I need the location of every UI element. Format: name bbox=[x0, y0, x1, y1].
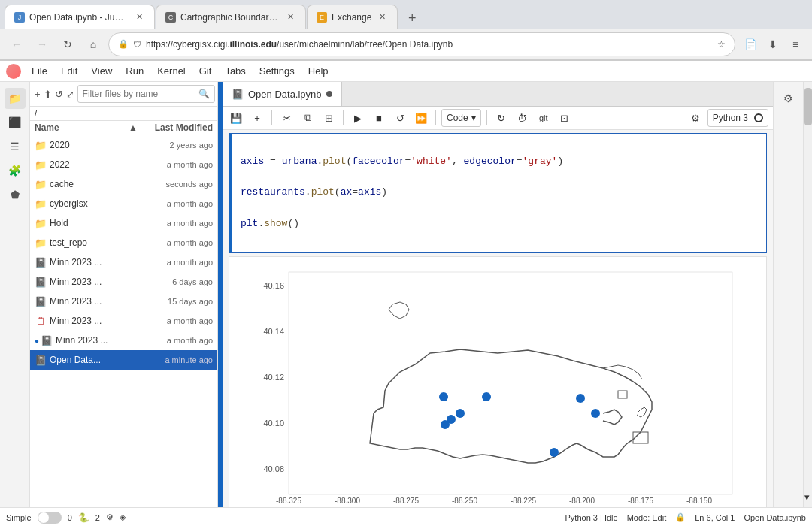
save-button[interactable]: 💾 bbox=[227, 109, 245, 127]
file-name-selected: Open Data... bbox=[50, 355, 138, 365]
tab-close-1[interactable]: ✕ bbox=[133, 11, 145, 23]
notebook-icon-selected: 📓 bbox=[35, 354, 47, 366]
tab-cartographic[interactable]: C Cartographic Boundary Files ✕ bbox=[156, 5, 306, 29]
code-cell-1[interactable]: axis = urbana.plot(facecolor='white', ed… bbox=[229, 133, 767, 253]
forward-button[interactable]: → bbox=[32, 34, 53, 55]
simple-toggle[interactable] bbox=[38, 512, 62, 524]
restart-button[interactable]: ↺ bbox=[391, 109, 409, 127]
sidebar-git-icon[interactable]: ⬟ bbox=[5, 184, 26, 205]
sidebar-extensions-icon[interactable]: 🧩 bbox=[5, 160, 26, 181]
file-browser: + ⬆ ↺ ⤢ 🔍 / / Name ▲ Last Modified bbox=[30, 82, 218, 507]
copy-button[interactable]: ⧉ bbox=[298, 109, 317, 127]
file-item-minn5[interactable]: ● 📓 Minn 2023 ... a month ago bbox=[30, 331, 217, 350]
tab-exchange[interactable]: E Exchange ✕ bbox=[307, 5, 398, 29]
home-button[interactable]: ⌂ bbox=[83, 34, 104, 55]
settings-button[interactable]: ⚙ bbox=[686, 109, 704, 127]
tab-favicon-3: E bbox=[317, 12, 327, 23]
stop-button[interactable]: ■ bbox=[370, 109, 388, 127]
scroll-thumb[interactable] bbox=[804, 88, 812, 125]
search-box[interactable]: 🔍 bbox=[77, 85, 215, 103]
back-button[interactable]: ← bbox=[6, 34, 27, 55]
data-point-5 bbox=[441, 420, 450, 429]
download-button[interactable]: ⬇ bbox=[762, 34, 783, 55]
menu-tabs[interactable]: Tabs bbox=[219, 63, 251, 79]
file-modified: a month ago bbox=[138, 160, 213, 169]
sidebar-files-icon[interactable]: 📁 bbox=[5, 88, 26, 109]
file-modified: a month ago bbox=[138, 199, 213, 208]
file-item-2020[interactable]: 📁 2020 2 years ago bbox=[30, 135, 217, 155]
plot-svg: 40.16 40.14 40.12 40.10 40.08 -88.325 -8… bbox=[235, 263, 760, 507]
file-item-minn3[interactable]: 📓 Minn 2023 ... 15 days ago bbox=[30, 292, 217, 311]
reader-mode-button[interactable]: 📄 bbox=[740, 34, 761, 55]
col-count: 2 bbox=[95, 513, 100, 522]
tab-close-3[interactable]: ✕ bbox=[376, 11, 388, 23]
file-name: Hold bbox=[50, 218, 138, 228]
notebook-tab[interactable]: 📓 Open Data.ipynb bbox=[223, 82, 342, 106]
app-container: File Edit View Run Kernel Git Tabs Setti… bbox=[0, 61, 812, 526]
file-item-cache[interactable]: 📁 cache seconds ago bbox=[30, 174, 217, 194]
file-modified: 15 days ago bbox=[138, 297, 213, 306]
run-button[interactable]: ▶ bbox=[349, 109, 367, 127]
file-item-hold[interactable]: 📁 Hold a month ago bbox=[30, 213, 217, 233]
data-point-3 bbox=[456, 409, 465, 418]
kernel-indicator[interactable]: Python 3 bbox=[707, 109, 768, 127]
tab-favicon-1: J bbox=[14, 12, 25, 23]
reload-button[interactable]: ↻ bbox=[57, 34, 78, 55]
right-sidebar-icon[interactable]: ⚙ bbox=[778, 88, 799, 109]
git-button[interactable]: ⤢ bbox=[66, 85, 74, 103]
search-input[interactable] bbox=[83, 89, 195, 99]
cell-type-select[interactable]: Code ▾ bbox=[441, 109, 481, 127]
status-bar: Simple 0 🐍 2 ⚙ ◈ Python 3 | Idle Mode: E… bbox=[0, 507, 812, 526]
file-item-minn1[interactable]: 📓 Minn 2023 ... a month ago bbox=[30, 252, 217, 272]
file-item-cybergisx[interactable]: 📁 cybergisx a month ago bbox=[30, 194, 217, 213]
filename-status: Open Data.ipynb bbox=[744, 513, 806, 522]
file-item-minn4[interactable]: 🗒 Minn 2023 ... a month ago bbox=[30, 311, 217, 331]
menu-kernel[interactable]: Kernel bbox=[151, 63, 192, 79]
sidebar-running-icon[interactable]: ⬛ bbox=[5, 112, 26, 133]
vertical-scrollbar[interactable]: ▾ bbox=[803, 82, 812, 507]
tab-title-2: Cartographic Boundary Files bbox=[180, 12, 280, 23]
menu-run[interactable]: Run bbox=[120, 63, 150, 79]
add-cell-button[interactable]: + bbox=[248, 109, 266, 127]
extensions-button[interactable]: ≡ bbox=[785, 34, 806, 55]
tab-jupyterlab[interactable]: J Open Data.ipynb - JupyterLab ✕ bbox=[5, 5, 155, 29]
new-view-button[interactable]: ⊡ bbox=[556, 109, 574, 127]
scroll-down-arrow[interactable]: ▾ bbox=[804, 491, 810, 503]
file-modified-selected: a minute ago bbox=[138, 355, 213, 364]
address-bar[interactable]: 🔒 🛡 https://cybergisx.cigi.illinois.edu/… bbox=[108, 32, 735, 56]
notebook-icon: 📓 bbox=[35, 256, 47, 268]
file-item-test-repo[interactable]: 📁 test_repo a month ago bbox=[30, 233, 217, 252]
x-label-8: -88.150 bbox=[686, 497, 712, 505]
notebook-tab-bar: 📓 Open Data.ipynb bbox=[223, 82, 773, 107]
menu-help[interactable]: Help bbox=[302, 63, 335, 79]
column-name: Name bbox=[35, 122, 129, 133]
paste-button[interactable]: ⊞ bbox=[320, 109, 338, 127]
menu-git[interactable]: Git bbox=[193, 63, 218, 79]
tab-close-2[interactable]: ✕ bbox=[284, 11, 296, 23]
menu-edit[interactable]: Edit bbox=[55, 63, 83, 79]
file-item-minn2[interactable]: 📓 Minn 2023 ... 6 days ago bbox=[30, 272, 217, 292]
file-item-2022[interactable]: 📁 2022 a month ago bbox=[30, 155, 217, 174]
tab-favicon-2: C bbox=[165, 12, 176, 23]
notebook-content: axis = urbana.plot(facecolor='white', ed… bbox=[223, 130, 773, 507]
refresh-kernel-button[interactable]: ↻ bbox=[492, 109, 511, 127]
bookmark-icon[interactable]: ☆ bbox=[717, 39, 726, 50]
file-modified: a month ago bbox=[138, 336, 213, 345]
file-item-open-data[interactable]: 📓 Open Data... a minute ago bbox=[30, 350, 217, 370]
menu-settings[interactable]: Settings bbox=[253, 63, 301, 79]
menu-view[interactable]: View bbox=[85, 63, 118, 79]
python-icon: 🐍 bbox=[78, 512, 89, 523]
search-icon: 🔍 bbox=[198, 89, 210, 99]
fast-forward-button[interactable]: ⏩ bbox=[412, 109, 430, 127]
new-folder-button[interactable]: + bbox=[35, 85, 41, 103]
toggle-thumb bbox=[38, 512, 49, 523]
cut-button[interactable]: ✂ bbox=[277, 109, 295, 127]
upload-button[interactable]: ⬆ bbox=[44, 85, 52, 103]
file-name: Minn 2023 ... bbox=[50, 316, 138, 326]
sidebar-toc-icon[interactable]: ☰ bbox=[5, 136, 26, 157]
menu-file[interactable]: File bbox=[26, 63, 53, 79]
time-button[interactable]: ⏱ bbox=[514, 109, 532, 127]
new-tab-button[interactable]: + bbox=[401, 8, 423, 29]
refresh-button[interactable]: ↺ bbox=[55, 85, 63, 103]
git-button[interactable]: git bbox=[535, 109, 553, 127]
